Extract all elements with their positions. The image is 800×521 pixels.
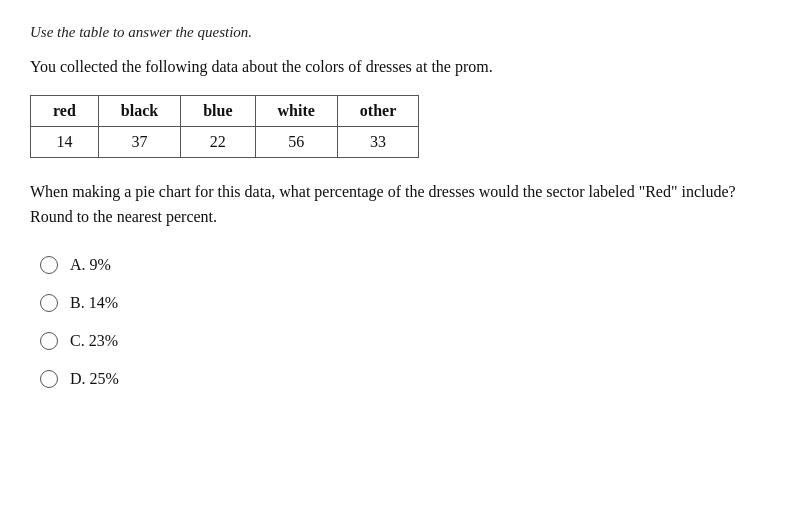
radio-b[interactable] [40, 294, 58, 312]
table-cell-4: 33 [337, 127, 418, 158]
table-cell-1: 37 [98, 127, 180, 158]
table-header-red: red [31, 96, 99, 127]
answer-options: A. 9% B. 14% C. 23% D. 25% [40, 256, 760, 388]
radio-c[interactable] [40, 332, 58, 350]
question-text: When making a pie chart for this data, w… [30, 180, 760, 230]
instruction-text: Use the table to answer the question. [30, 24, 760, 41]
table-header-black: black [98, 96, 180, 127]
table-cell-3: 56 [255, 127, 337, 158]
option-b-label: B. 14% [70, 294, 118, 312]
radio-d[interactable] [40, 370, 58, 388]
table-cell-2: 22 [181, 127, 255, 158]
option-a-label: A. 9% [70, 256, 111, 274]
radio-a[interactable] [40, 256, 58, 274]
table-cell-0: 14 [31, 127, 99, 158]
table-header-blue: blue [181, 96, 255, 127]
option-c-label: C. 23% [70, 332, 118, 350]
option-d[interactable]: D. 25% [40, 370, 760, 388]
option-b[interactable]: B. 14% [40, 294, 760, 312]
table-header-other: other [337, 96, 418, 127]
data-table: redblackbluewhiteother 1437225633 [30, 95, 419, 158]
table-header-white: white [255, 96, 337, 127]
option-c[interactable]: C. 23% [40, 332, 760, 350]
option-a[interactable]: A. 9% [40, 256, 760, 274]
option-d-label: D. 25% [70, 370, 119, 388]
intro-text: You collected the following data about t… [30, 55, 760, 79]
